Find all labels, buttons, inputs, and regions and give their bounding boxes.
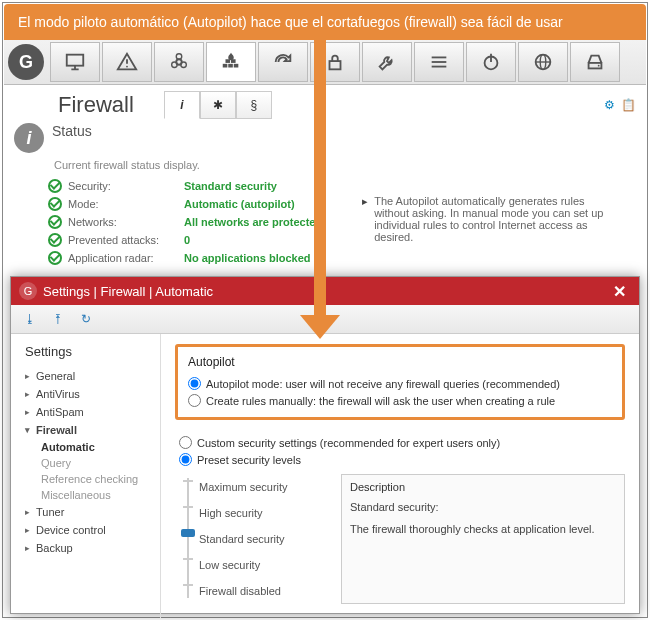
svg-rect-8 <box>228 64 233 68</box>
star-icon: ✱ <box>213 98 223 112</box>
desc-title: Standard security: <box>350 501 616 513</box>
app-logo-small-icon: G <box>19 282 37 300</box>
svg-rect-12 <box>330 61 341 69</box>
level-standard-security[interactable]: Standard security <box>199 526 329 552</box>
toolbar-warning-button[interactable] <box>102 42 152 82</box>
sidebar-subitem-automatic[interactable]: Automatic <box>17 439 160 455</box>
sidebar-item-label: AntiVirus <box>36 388 80 400</box>
toolbar-globe-button[interactable] <box>518 42 568 82</box>
level-maximum-security[interactable]: Maximum security <box>199 474 329 500</box>
sidebar-subitem-query[interactable]: Query <box>17 455 160 471</box>
toolbar-monitor-button[interactable] <box>50 42 100 82</box>
status-heading: Status <box>52 123 92 139</box>
export-button[interactable]: ⭱ <box>47 309 69 329</box>
desc-heading: Description <box>350 481 616 493</box>
modal-title: Settings | Firewall | Automatic <box>43 284 213 299</box>
sidebar-item-label: Device control <box>36 524 106 536</box>
modal-titlebar: G Settings | Firewall | Automatic ✕ <box>11 277 639 305</box>
sidebar-item-antivirus[interactable]: ▸AntiVirus <box>17 385 160 403</box>
settings-sidebar: Softwa Settings ▸General▸AntiVirus▸AntiS… <box>11 334 161 618</box>
import-button[interactable]: ⭳ <box>19 309 41 329</box>
sidebar-item-label: General <box>36 370 75 382</box>
sidebar-subitem-reference-checking[interactable]: Reference checking <box>17 471 160 487</box>
toolbar-menu-button[interactable] <box>414 42 464 82</box>
firewall-page: Firewall i ✱ § ⚙ 📋 i Status Current fire… <box>4 85 646 277</box>
info-circle-icon: i <box>14 123 44 153</box>
radio-manual-mode[interactable]: Create rules manually: the firewall will… <box>188 392 612 409</box>
toolbar-power-button[interactable] <box>466 42 516 82</box>
sidebar-item-general[interactable]: ▸General <box>17 367 160 385</box>
caret-right-icon: ▸ <box>25 389 33 399</box>
status-list: Security:Standard security Mode:Automati… <box>48 177 322 267</box>
page-tabs: i ✱ § <box>164 91 272 119</box>
svg-rect-7 <box>223 64 228 68</box>
sidebar-subitem-miscellaneous[interactable]: Miscellaneous <box>17 487 160 503</box>
sidebar-item-device-control[interactable]: ▸Device control <box>17 521 160 539</box>
modal-iconbar: ⭳ ⭱ ↻ <box>11 305 639 334</box>
sidebar-item-label: AntiSpam <box>36 406 84 418</box>
security-slider[interactable]: Maximum securityHigh securityStandard se… <box>179 474 329 604</box>
app-toolbar: G <box>4 40 646 85</box>
level-firewall-disabled[interactable]: Firewall disabled <box>199 578 329 604</box>
callout-text: El modo piloto automático (Autopilot) ha… <box>18 14 563 30</box>
svg-rect-9 <box>234 64 239 68</box>
toolbar-tools-button[interactable] <box>362 42 412 82</box>
sidebar-item-tuner[interactable]: ▸Tuner <box>17 503 160 521</box>
app-logo-icon: G <box>8 44 44 80</box>
status-subtext: Current firewall status display. <box>4 159 646 177</box>
status-row-mode: Mode:Automatic (autopilot) <box>48 195 322 213</box>
tab-section[interactable]: § <box>236 91 272 119</box>
caret-right-icon: ▸ <box>25 407 33 417</box>
download-icon: ⭳ <box>24 312 36 326</box>
gear-icon[interactable]: ⚙ <box>604 98 615 112</box>
tab-star[interactable]: ✱ <box>200 91 236 119</box>
sidebar-item-antispam[interactable]: ▸AntiSpam <box>17 403 160 421</box>
toolbar-update-button[interactable] <box>258 42 308 82</box>
toolbar-firewall-button[interactable] <box>206 42 256 82</box>
svg-point-2 <box>126 66 128 68</box>
level-high-security[interactable]: High security <box>199 500 329 526</box>
page-title: Firewall <box>58 92 134 118</box>
toolbar-biohazard-button[interactable] <box>154 42 204 82</box>
check-icon <box>48 233 62 247</box>
check-icon <box>48 251 62 265</box>
triangle-icon: ▸ <box>362 195 368 285</box>
autopilot-panel: Autopilot Autopilot mode: user will not … <box>175 344 625 420</box>
caret-right-icon: ▸ <box>25 525 33 535</box>
close-icon: ✕ <box>613 282 626 301</box>
toolbar-lock-button[interactable] <box>310 42 360 82</box>
svg-point-5 <box>172 62 178 68</box>
sidebar-item-firewall[interactable]: ▾Firewall <box>17 421 160 439</box>
sidebar-heading: Settings <box>17 342 160 367</box>
close-button[interactable]: ✕ <box>607 281 631 301</box>
sidebar-item-label: Backup <box>36 542 73 554</box>
radio-custom-security[interactable]: Custom security settings (recommended fo… <box>179 434 625 451</box>
check-icon <box>48 197 62 211</box>
check-icon <box>48 215 62 229</box>
caret-down-icon: ▾ <box>25 425 33 435</box>
check-icon <box>48 179 62 193</box>
slider-thumb[interactable] <box>181 529 195 537</box>
svg-rect-0 <box>67 55 84 66</box>
svg-point-22 <box>598 65 600 67</box>
caret-right-icon: ▸ <box>25 371 33 381</box>
status-row-security: Security:Standard security <box>48 177 322 195</box>
level-low-security[interactable]: Low security <box>199 552 329 578</box>
clipboard-icon[interactable]: 📋 <box>621 98 636 112</box>
autopilot-heading: Autopilot <box>188 355 612 369</box>
refresh-button[interactable]: ↻ <box>75 309 97 329</box>
tab-info[interactable]: i <box>164 91 200 119</box>
info-icon: i <box>180 98 183 112</box>
settings-modal: G Settings | Firewall | Automatic ✕ ⭳ ⭱ … <box>10 276 640 614</box>
svg-point-6 <box>181 62 187 68</box>
settings-main: Autopilot Autopilot mode: user will not … <box>161 334 639 618</box>
radio-autopilot-mode[interactable]: Autopilot mode: user will not receive an… <box>188 375 612 392</box>
callout-banner: El modo piloto automático (Autopilot) ha… <box>4 4 646 40</box>
security-description: Description Standard security: The firew… <box>341 474 625 604</box>
toolbar-disk-button[interactable] <box>570 42 620 82</box>
status-row-attacks: Prevented attacks:0 <box>48 231 322 249</box>
radio-preset-security[interactable]: Preset security levels <box>179 451 625 468</box>
sidebar-item-backup[interactable]: ▸Backup <box>17 539 160 557</box>
desc-body: The firewall thoroughly checks at applic… <box>350 523 616 535</box>
caret-right-icon: ▸ <box>25 507 33 517</box>
